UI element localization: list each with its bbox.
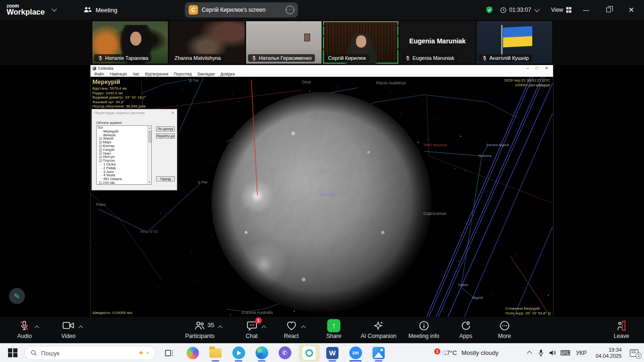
tray-overflow-button[interactable] (524, 344, 535, 362)
participant-tile[interactable]: Наталія Таранова (92, 21, 168, 64)
menu-navigation[interactable]: Навігація (107, 72, 129, 76)
file-explorer-button[interactable] (205, 344, 226, 362)
meeting-info-button[interactable]: Meeting info (408, 320, 439, 339)
participant-tile[interactable]: Анатолій Кушнір (477, 21, 552, 64)
close-button[interactable]: ✕ (623, 6, 639, 14)
participant-center-name: Eugenia Maruniak (400, 37, 475, 45)
selection-info-overlay: Меркурій Відстань: 5976,4 км Радіус: 244… (92, 78, 146, 114)
participants-count: 35 (207, 321, 214, 329)
meeting-timer[interactable]: 01:33:07 (500, 7, 539, 13)
sky-label: Capricornus (423, 211, 446, 216)
scroll-thumb[interactable] (148, 131, 151, 143)
dialog-titlebar[interactable]: Переглядач зоряної системи ✕ (92, 109, 177, 116)
participant-name-tag: Zhanna Matviishyna (171, 54, 224, 62)
tree-scrollbar[interactable]: ▲ ▼ (147, 126, 151, 184)
solar-system-browser-dialog[interactable]: Переглядач зоряної системи ✕ Об'єкти зор… (91, 109, 177, 190)
participant-filmstrip: Наталія Таранова Zhanna Matviishyna Ната… (0, 20, 644, 65)
meeting-people-icon (83, 7, 92, 13)
menu-help[interactable]: Довідка (218, 72, 237, 76)
restore-button[interactable] (601, 7, 617, 14)
apps-icon (460, 320, 471, 331)
tree-item[interactable]: +243 Ida (97, 181, 151, 185)
celestia-minimize-button[interactable]: – (527, 66, 529, 71)
menu-view[interactable]: Перегляд (172, 72, 194, 76)
participants-button[interactable]: 35 Participants (185, 320, 215, 339)
celestia-viewport[interactable]: β TucGrusPiscis Austrinus2063 BacchusDen… (91, 77, 553, 317)
start-button[interactable] (6, 344, 20, 362)
selected-object-name: Меркурій (92, 78, 146, 85)
zoom-toolbar: Audio Video 35 Participants (0, 317, 644, 343)
react-button[interactable]: React (284, 320, 298, 339)
sky-label: Меркурій (321, 192, 337, 197)
participant-tile[interactable]: Zhanna Matviishyna (169, 21, 245, 64)
ok-button[interactable]: Гаразд (156, 176, 175, 181)
participant-tile[interactable]: Наталья Герасименко (246, 21, 322, 64)
taskbar-search[interactable]: Пошук ✦✦ (25, 346, 156, 360)
security-shield-icon[interactable] (485, 5, 494, 15)
scroll-up-icon[interactable]: ▲ (148, 126, 151, 130)
copilot-sparkle-icon: ✦ (138, 349, 144, 357)
viber-button[interactable]: ✆ (274, 344, 296, 362)
participants-icon (194, 320, 206, 331)
audio-button[interactable]: Audio (17, 320, 32, 339)
sky-label: Algedi (472, 296, 483, 300)
celestia-titlebar[interactable]: Celestia – □ ✕ (91, 65, 553, 71)
video-button[interactable]: Video (61, 320, 75, 339)
react-options-caret[interactable] (301, 326, 306, 330)
leave-button[interactable]: Leave (614, 320, 629, 339)
celestia-menubar: Файл Навігація Час Відтворення Перегляд … (91, 71, 553, 77)
weather-widget[interactable]: 1 17°C Mostly cloudy (438, 344, 498, 362)
more-button[interactable]: More (498, 320, 511, 339)
edge-button[interactable] (251, 344, 272, 362)
view-button[interactable]: View (551, 7, 571, 13)
language-switcher[interactable]: УКР (573, 344, 589, 362)
celestia-window[interactable]: Celestia – □ ✕ Файл Навігація Час Відтво… (91, 65, 553, 317)
copilot-icon (187, 347, 199, 359)
share-button[interactable]: ↑ Share (326, 320, 341, 339)
menu-time[interactable]: Час (130, 72, 142, 76)
shared-screen-pill[interactable]: C Сергій Кирилюк's screen ··· (185, 2, 298, 17)
telegram-button[interactable] (228, 344, 249, 362)
goto-button[interactable]: Перейти до (156, 133, 175, 139)
clock-widget[interactable]: 19:34 04.04.2025 (592, 344, 625, 362)
apps-button[interactable]: Apps (459, 320, 472, 339)
center-button[interactable]: По центру (156, 126, 175, 132)
participants-options-caret[interactable] (218, 326, 223, 330)
search-placeholder: Пошук (41, 350, 134, 357)
menu-file[interactable]: Файл (92, 72, 107, 76)
clock-icon (500, 7, 506, 13)
participant-tile[interactable]: Eugenia Maruniak Eugenia Maruniak (400, 21, 475, 64)
menu-bookmarks[interactable]: Закладки (195, 72, 217, 76)
share-options-icon[interactable]: ··· (286, 6, 294, 14)
dialog-close-icon[interactable]: ✕ (171, 111, 174, 115)
touch-keyboard-button[interactable]: ⌨ (559, 344, 571, 362)
celestia-restore-button[interactable]: □ (536, 66, 538, 71)
muted-mic-icon (251, 55, 257, 61)
chat-button[interactable]: 1 Chat (246, 320, 257, 339)
chat-options-caret[interactable] (262, 326, 266, 330)
tray-mic-button[interactable] (536, 344, 546, 362)
task-view-button[interactable] (158, 344, 180, 362)
tab-meeting[interactable]: Meeting (83, 7, 117, 14)
menu-render[interactable]: Відтворення (143, 72, 171, 76)
audio-options-caret[interactable] (35, 326, 40, 330)
photos-button[interactable] (368, 344, 389, 362)
tray-volume-button[interactable] (547, 344, 558, 362)
annotate-pencil-button[interactable]: ✎ (9, 288, 25, 304)
object-tree-list[interactable]: Sol–Меркурій–Венера+Земля+Марс+Юпітер+Са… (96, 125, 152, 185)
minimize-button[interactable]: — (578, 7, 594, 14)
video-options-caret[interactable] (79, 326, 83, 330)
word-button[interactable]: W (322, 344, 343, 362)
celestia-close-button[interactable]: ✕ (545, 66, 548, 71)
participant-tile-active-speaker[interactable]: Сергій Кирилюк (323, 21, 398, 64)
zoom-app-button[interactable]: zm (345, 344, 366, 362)
timer-dropdown-icon (534, 7, 539, 12)
ai-companion-button[interactable]: AI Companion (361, 320, 396, 339)
workplace-dropdown-icon[interactable] (51, 6, 57, 11)
copilot-button[interactable] (182, 344, 204, 362)
photos-icon (372, 347, 385, 359)
sim-speed: 10000× раз швидше (504, 83, 550, 88)
notification-center-button[interactable]: 1 (627, 344, 641, 362)
annotation-app-button[interactable] (298, 344, 320, 362)
scroll-down-icon[interactable]: ▼ (148, 180, 151, 184)
